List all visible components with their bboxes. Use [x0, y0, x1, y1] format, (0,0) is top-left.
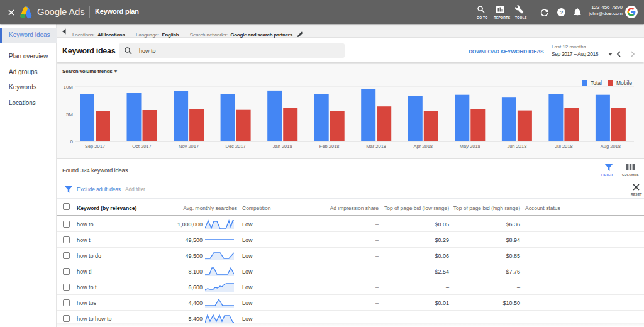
svg-text:Mar 2018: Mar 2018 — [366, 143, 386, 149]
svg-text:Dec 2017: Dec 2017 — [226, 143, 246, 149]
svg-text:Apr 2018: Apr 2018 — [414, 143, 433, 149]
svg-text:5M: 5M — [66, 112, 73, 118]
svg-text:Feb 2018: Feb 2018 — [319, 143, 340, 149]
svg-text:0: 0 — [70, 139, 74, 145]
svg-text:Sep 2017: Sep 2017 — [85, 143, 105, 149]
svg-text:Nov 2017: Nov 2017 — [179, 143, 199, 149]
svg-text:10M: 10M — [63, 84, 73, 90]
svg-text:Jul 2018: Jul 2018 — [555, 143, 572, 149]
svg-text:May 2018: May 2018 — [460, 143, 480, 149]
svg-text:Mobile: Mobile — [616, 80, 632, 86]
svg-text:Oct 2017: Oct 2017 — [132, 143, 151, 149]
svg-text:Jun 2018: Jun 2018 — [507, 143, 526, 149]
svg-text:?: ? — [560, 9, 564, 16]
svg-text:Total: Total — [591, 80, 602, 86]
svg-text:Aug 2018: Aug 2018 — [601, 143, 621, 149]
svg-text:Jan 2018: Jan 2018 — [273, 143, 292, 149]
